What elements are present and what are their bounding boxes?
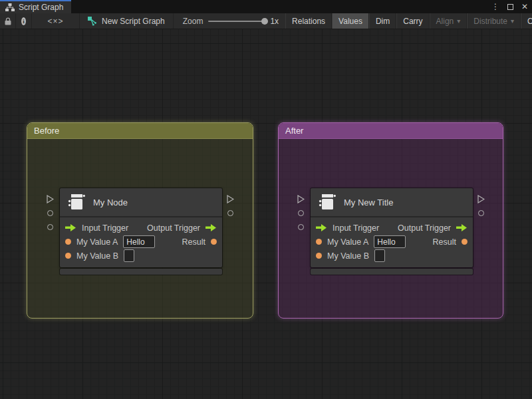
value-b-label: My Value B	[327, 251, 369, 261]
graph-hierarchy-icon	[5, 3, 15, 11]
group-title: After	[285, 126, 303, 136]
close-icon[interactable]: ✕	[521, 2, 528, 11]
zoom-label: Zoom	[183, 17, 203, 26]
zoom-value: 1x	[270, 17, 279, 26]
port-row-value-a: My Value A Result	[311, 235, 473, 249]
value-port-icon[interactable]	[462, 239, 467, 245]
node-my-node[interactable]: My Node Input Trigger Output Trigger	[60, 188, 222, 275]
value-port-icon[interactable]	[211, 239, 217, 245]
graph-canvas[interactable]: Before After	[0, 29, 532, 399]
tab-script-graph[interactable]: Script Graph	[0, 0, 71, 13]
flow-output-socket-icon[interactable]	[477, 195, 485, 203]
group-before-header[interactable]: Before	[27, 123, 253, 139]
flow-arrow-icon[interactable]	[65, 223, 76, 232]
script-graph-window: Script Graph ⋮ ✕ i <×>	[0, 0, 532, 399]
node-footer	[311, 269, 473, 275]
output-trigger-label: Output Trigger	[147, 223, 200, 233]
result-label: Result	[182, 237, 205, 247]
port-row-value-a: My Value A Result	[60, 235, 222, 249]
flow-arrow-icon[interactable]	[456, 223, 467, 232]
node-header[interactable]: My New Title	[311, 188, 473, 217]
value-b-input[interactable]	[374, 249, 385, 262]
zoom-slider[interactable]	[208, 21, 265, 22]
unit-icon	[66, 193, 86, 211]
node-title: My Node	[93, 198, 128, 207]
input-trigger-label: Input Trigger	[332, 223, 379, 233]
external-ports-left	[46, 192, 55, 234]
value-output-socket-icon[interactable]	[227, 210, 233, 216]
breadcrumb[interactable]: New Script Graph	[80, 13, 174, 29]
zoom-slider-handle[interactable]	[261, 18, 268, 25]
node-body: Input Trigger Output Trigger My Valu	[311, 217, 473, 267]
external-ports-right	[226, 192, 235, 220]
zoom-control: Zoom 1x	[174, 13, 285, 29]
node-my-new-title[interactable]: My New Title Input Trigger Output Trigge…	[311, 188, 473, 275]
relations-button[interactable]: Relations	[285, 13, 332, 29]
lock-icon	[5, 17, 11, 25]
value-a-label: My Value A	[327, 237, 368, 247]
group-title: Before	[34, 126, 59, 136]
input-trigger-label: Input Trigger	[82, 223, 128, 233]
maximize-icon[interactable]	[507, 4, 513, 10]
flow-arrow-icon[interactable]	[205, 223, 217, 232]
flow-arrow-icon[interactable]	[316, 223, 327, 232]
flow-output-socket-icon[interactable]	[227, 195, 234, 203]
value-input-socket-icon[interactable]	[298, 224, 304, 230]
info-icon: i	[21, 17, 26, 25]
node-header[interactable]: My Node	[60, 188, 222, 217]
breadcrumb-graph-name: New Script Graph	[102, 17, 165, 26]
inspect-button[interactable]: i	[16, 13, 32, 29]
result-label: Result	[433, 237, 456, 247]
value-b-label: My Value B	[76, 251, 118, 261]
tab-strip: Script Graph ⋮ ✕	[0, 0, 532, 13]
value-a-label: My Value A	[76, 237, 118, 247]
value-input-socket-icon[interactable]	[298, 210, 304, 216]
value-input-socket-icon[interactable]	[47, 210, 53, 216]
align-dropdown[interactable]: Align	[430, 13, 467, 29]
value-a-input[interactable]	[374, 235, 406, 248]
value-b-input[interactable]	[124, 249, 134, 262]
value-output-socket-icon[interactable]	[478, 210, 484, 216]
unit-icon	[317, 193, 337, 211]
output-trigger-label: Output Trigger	[398, 223, 451, 233]
lock-button[interactable]	[0, 13, 16, 29]
graph-toolbar: i <×> New Script Graph Zoom 1x Relatio	[0, 13, 532, 29]
carry-button[interactable]: Carry	[396, 13, 429, 29]
port-row-value-b: My Value B	[60, 249, 222, 263]
value-a-input[interactable]	[123, 235, 155, 248]
node-body: Input Trigger Output Trigger My Valu	[60, 217, 222, 267]
group-after-header[interactable]: After	[279, 123, 503, 139]
value-input-socket-icon[interactable]	[47, 224, 53, 230]
code-icon: <×>	[47, 17, 63, 26]
code-preview-button[interactable]: <×>	[32, 13, 80, 29]
window-controls: ⋮ ✕	[491, 0, 528, 13]
overview-button[interactable]: Overview	[521, 13, 532, 29]
menu-icon[interactable]: ⋮	[491, 2, 499, 11]
tab-title: Script Graph	[19, 3, 63, 12]
values-button[interactable]: Values	[332, 13, 369, 29]
distribute-dropdown[interactable]: Distribute	[467, 13, 521, 29]
external-ports-right	[477, 192, 485, 220]
dim-button[interactable]: Dim	[369, 13, 396, 29]
port-row-value-b: My Value B	[311, 249, 473, 263]
port-row-triggers: Input Trigger Output Trigger	[60, 221, 222, 235]
value-port-icon[interactable]	[65, 239, 71, 245]
script-graph-icon	[88, 17, 97, 26]
external-ports-left	[297, 192, 305, 234]
node-footer	[60, 269, 222, 275]
flow-input-socket-icon[interactable]	[297, 195, 305, 203]
port-row-triggers: Input Trigger Output Trigger	[311, 221, 473, 235]
value-port-icon[interactable]	[316, 239, 322, 245]
flow-input-socket-icon[interactable]	[47, 195, 54, 203]
value-port-icon[interactable]	[316, 253, 322, 259]
value-port-icon[interactable]	[65, 253, 71, 259]
node-title: My New Title	[344, 198, 393, 207]
